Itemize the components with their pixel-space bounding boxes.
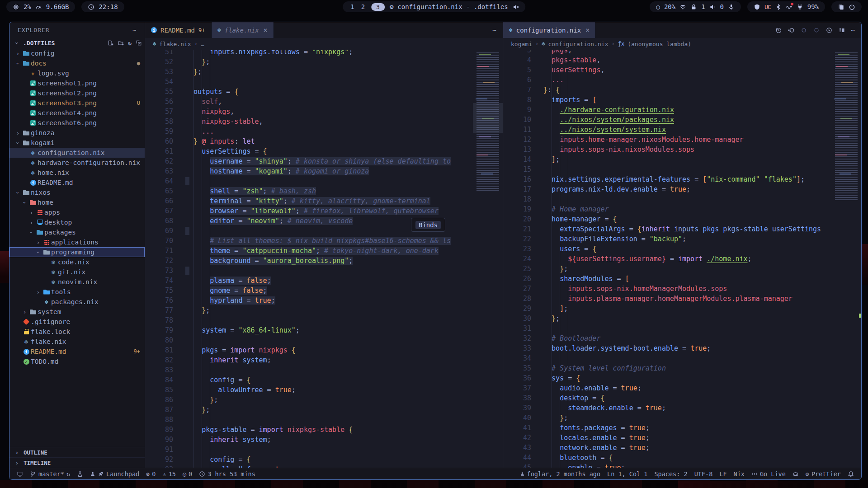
code-line[interactable]: 75 gnome = false;	[145, 286, 503, 296]
code-line[interactable]: 20 home-manager = {	[503, 214, 861, 224]
chevron-down-icon[interactable]: ›	[21, 199, 28, 206]
wakatime-item[interactable]: 3 hrs 53 mins	[199, 470, 255, 478]
code-line[interactable]: 7}: {	[503, 85, 861, 95]
code-line[interactable]: 65 shell = "zsh"; # bash, zsh	[145, 186, 503, 196]
code-line[interactable]: 72 background = "aurora_borealis.png";	[145, 256, 503, 266]
system-stats-pill[interactable]: 2% 9.66GB	[6, 1, 75, 12]
git-branch-item[interactable]: master* ↻	[30, 470, 70, 478]
new-file-icon[interactable]	[107, 40, 113, 46]
code-line[interactable]: 61 userSettings = {	[145, 146, 503, 156]
code-line[interactable]: 12 inputs.home-manager.nixosModules.home…	[503, 135, 861, 145]
tab-configuration-nix[interactable]: ❄ configuration.nix ×	[503, 22, 596, 38]
breadcrumb-symbol[interactable]: (anonymous lambda)	[627, 41, 691, 47]
code-line[interactable]: 91	[145, 445, 503, 455]
breadcrumb[interactable]: ❄ flake.nix › …	[145, 38, 503, 50]
code-line[interactable]: 78	[145, 315, 503, 325]
code-line[interactable]: 79 system = "x86_64-linux";	[145, 325, 503, 335]
code-line[interactable]: 13 inputs.sops-nix.nixosModules.sops	[503, 145, 861, 155]
nav-circle-icon[interactable]	[800, 27, 807, 34]
code-line[interactable]: 40 };	[503, 413, 861, 423]
code-line[interactable]: 9 ./hardware-configuration.nix	[503, 105, 861, 115]
code-line[interactable]: 71 theme = "catppuccin-mocha"; # tokyo-n…	[145, 246, 503, 256]
code-line[interactable]: 22 backupFileExtension = "backup";	[503, 234, 861, 244]
code-line[interactable]: 62 username = "shinya"; # konsta or shin…	[145, 156, 503, 166]
tree-item[interactable]: iREADME.md	[9, 178, 145, 188]
eol-sequence[interactable]: LF	[719, 470, 726, 478]
code-line[interactable]: 45 enable = true;	[503, 463, 861, 468]
breadcrumb-ellipsis[interactable]: …	[201, 41, 204, 47]
code-line[interactable]: 4 pkgs-stable,	[503, 55, 861, 65]
wifi-icon[interactable]	[679, 4, 686, 10]
navigate-forward-icon[interactable]	[813, 27, 820, 34]
workspace-1[interactable]: 1	[349, 3, 355, 10]
code-line[interactable]: 39 steamdeck.enable = true;	[503, 403, 861, 413]
chevron-down-icon[interactable]: ›	[14, 139, 21, 147]
code-line[interactable]: 8 imports = [	[503, 95, 861, 105]
go-live-item[interactable]: Go Live	[751, 470, 786, 478]
speaker-icon[interactable]	[709, 4, 716, 10]
tree-item[interactable]: ›config	[9, 48, 145, 58]
code-line[interactable]: 85 allowUnfree = true;	[145, 385, 503, 395]
tree-item[interactable]: ›home	[9, 197, 145, 207]
tree-item[interactable]: ❄code.nix	[9, 257, 145, 267]
code-line[interactable]: 16 nix.settings.experimental-features = …	[503, 174, 861, 184]
more-actions-icon[interactable]: ⋯	[492, 26, 496, 34]
tree-item[interactable]: ❄home.nix	[9, 168, 145, 178]
code-line[interactable]: 15	[503, 164, 861, 174]
code-line[interactable]: 21 extraSpecialArgs = {inherit inputs pk…	[503, 224, 861, 234]
tree-item[interactable]: ›applications	[9, 237, 145, 247]
tree-item[interactable]: ✓TODO.md	[9, 357, 145, 366]
code-line[interactable]: 77 };	[145, 305, 503, 315]
code-line[interactable]: 55 outputs = {	[145, 87, 503, 97]
code-line[interactable]: 36 sys = {	[503, 373, 861, 383]
clipboard-icon[interactable]	[838, 4, 844, 10]
tree-item[interactable]: flake.lock	[9, 327, 145, 337]
tree-item[interactable]: screenshot6.png	[9, 118, 145, 128]
code-line[interactable]: 66 terminal = "kitty"; # kitty, alacritt…	[145, 196, 503, 206]
chevron-right-icon[interactable]: ›	[14, 130, 22, 136]
tree-item[interactable]: screenshot2.png	[9, 88, 145, 98]
outline-section[interactable]: › OUTLINE	[9, 447, 145, 457]
chevron-down-icon[interactable]: ›	[28, 229, 35, 236]
tree-item[interactable]: screenshot4.png	[9, 108, 145, 118]
workspace-2[interactable]: 2	[360, 3, 366, 10]
code-line[interactable]: 17 programs.nix-ld.dev.enable = true;	[503, 184, 861, 194]
code-line[interactable]: 70 # List all themes: $ nix build nixpkg…	[145, 236, 503, 246]
breadcrumb-file[interactable]: flake.nix	[159, 41, 191, 47]
tree-item[interactable]: ✳logo.svg	[9, 68, 145, 78]
tree-item[interactable]: ❄git.nix	[9, 267, 145, 277]
tree-item[interactable]: ›kogami	[9, 138, 145, 148]
split-editor-icon[interactable]	[838, 27, 845, 34]
code-line[interactable]: 54	[145, 77, 503, 87]
code-line[interactable]: 74 plasma = false;	[145, 276, 503, 286]
session-pill[interactable]	[831, 1, 862, 12]
minimap[interactable]	[473, 50, 503, 468]
code-line[interactable]: 53 };	[145, 67, 503, 77]
microphone-icon[interactable]	[728, 4, 735, 10]
new-folder-icon[interactable]	[118, 40, 124, 46]
tree-item[interactable]: ›apps	[9, 207, 145, 217]
code-line[interactable]: 27 inputs.sops-nix.homeManagerModules.so…	[503, 284, 861, 294]
code-line[interactable]: 89 pkgs-stable = import nixpkgs-stable {	[145, 425, 503, 435]
tab-readme[interactable]: i README.md 9+	[145, 22, 212, 38]
indentation[interactable]: Spaces: 2	[654, 470, 687, 478]
breadcrumb-project[interactable]: kogami	[511, 41, 532, 47]
tree-item[interactable]: ›packages	[9, 227, 145, 237]
code-line[interactable]: 51 inputs.nixpkgs.follows = "nixpkgs";	[145, 50, 503, 57]
code-line[interactable]: 88	[145, 415, 503, 425]
collapse-all-icon[interactable]	[136, 40, 142, 46]
code-line[interactable]: 14 ];	[503, 155, 861, 164]
tree-item[interactable]: ›programming	[9, 247, 145, 257]
code-line[interactable]: 25 };	[503, 264, 861, 274]
code-line[interactable]: 87 };	[145, 405, 503, 415]
code-line[interactable]: 30 };	[503, 314, 861, 324]
copilot-item[interactable]	[793, 471, 799, 477]
chevron-right-icon[interactable]: ›	[28, 219, 35, 226]
workspace-3-active[interactable]: 3	[371, 3, 385, 11]
code-line[interactable]: 42 locales.enable = true;	[503, 433, 861, 443]
code-line[interactable]: 41 fonts.packages = true;	[503, 423, 861, 433]
explorer-more-icon[interactable]: ⋯	[132, 27, 137, 33]
language-mode[interactable]: Nix	[734, 470, 745, 478]
run-code-icon[interactable]	[826, 27, 833, 34]
tree-item[interactable]: screenshot1.png	[9, 78, 145, 88]
